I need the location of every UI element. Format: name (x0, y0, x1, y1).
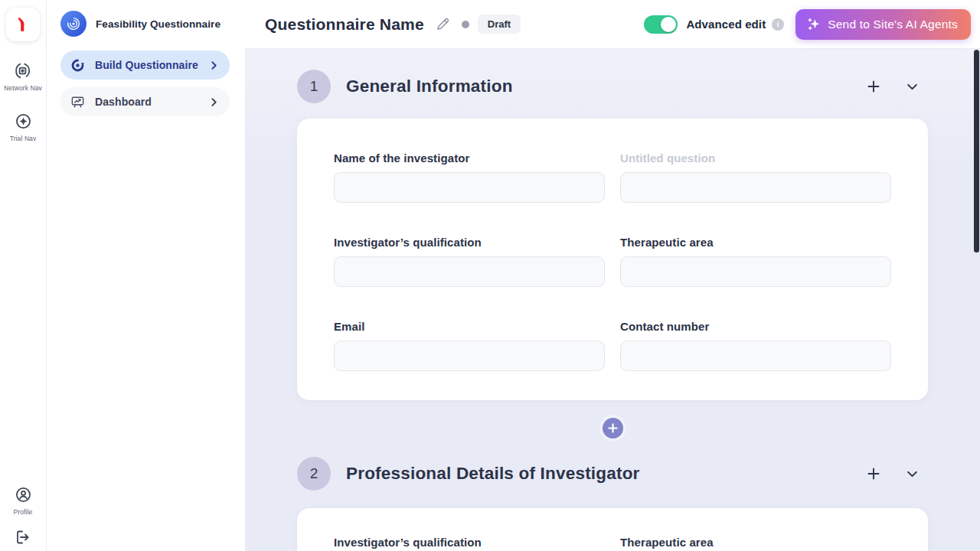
question-field: Investigator’s qualification (334, 236, 605, 287)
chevron-right-icon (209, 97, 219, 107)
section-card-1: Name of the investigator Untitled questi… (297, 119, 928, 400)
rail-item-network-nav[interactable]: Network Nav (4, 61, 42, 92)
rail-item-logout[interactable] (14, 528, 32, 546)
question-field: Therapeutic area (620, 236, 891, 287)
section-number-badge: 1 (297, 70, 331, 103)
app-frame: Network Nav Trial Nav Profile (0, 0, 980, 551)
question-label: Contact number (620, 320, 891, 333)
app-header: Feasibility Questionnaire (60, 11, 230, 37)
feasibility-app-icon (60, 11, 87, 37)
plus-icon (608, 423, 618, 433)
question-label: Therapeutic area (620, 536, 891, 549)
scrollbar-thumb[interactable] (974, 50, 979, 253)
question-input[interactable] (620, 256, 891, 287)
top-bar: Questionnaire Name Draft Advanced edit i (245, 0, 980, 49)
question-label: Investigator’s qualification (334, 536, 605, 549)
question-field: Investigator’s qualification (334, 536, 605, 551)
send-to-ai-agents-button[interactable]: Send to Site's AI Agents (795, 9, 971, 40)
status-badge: Draft (478, 15, 521, 34)
question-input[interactable] (334, 256, 605, 287)
question-input[interactable] (620, 172, 891, 203)
collapse-section-button[interactable] (904, 79, 920, 95)
status-dot (462, 21, 469, 28)
logo-mark-icon (11, 13, 34, 36)
build-questionnaire-icon (70, 58, 85, 73)
section-number-badge: 2 (297, 457, 331, 491)
question-label: Therapeutic area (620, 236, 891, 249)
plus-icon (867, 467, 880, 481)
question-label: Untitled question (620, 152, 891, 165)
logout-icon (14, 528, 32, 546)
question-field: Untitled question (620, 152, 891, 203)
plus-icon (867, 80, 880, 93)
rail-item-trial-nav[interactable]: Trial Nav (10, 112, 37, 142)
question-input[interactable] (334, 172, 605, 203)
primary-rail: Network Nav Trial Nav Profile (0, 0, 47, 551)
rail-item-label: Profile (14, 508, 33, 516)
pencil-icon (436, 17, 450, 31)
chevron-right-icon (209, 60, 219, 70)
add-section-row (297, 400, 928, 457)
question-label: Email (334, 320, 605, 333)
rail-item-profile[interactable]: Profile (14, 485, 33, 516)
section-title: Professional Details of Investigator (346, 464, 865, 484)
sidebar-item-label: Build Questionnaire (95, 59, 199, 71)
sidebar-item-dashboard[interactable]: Dashboard (60, 87, 230, 116)
network-nav-icon (13, 61, 32, 80)
advanced-edit-toggle[interactable] (644, 15, 678, 34)
dashboard-icon (70, 95, 85, 109)
info-icon[interactable]: i (772, 18, 784, 31)
add-section-item-button[interactable] (865, 78, 882, 95)
question-input[interactable] (334, 341, 605, 371)
main-area: Questionnaire Name Draft Advanced edit i (245, 0, 980, 551)
sparkles-icon (806, 17, 821, 31)
rail-item-label: Trial Nav (10, 135, 37, 142)
edit-title-button[interactable] (436, 17, 450, 31)
toggle-knob (661, 17, 676, 32)
questionnaire-title: Questionnaire Name (265, 15, 424, 34)
section-header-1: 1 General Information (297, 70, 928, 103)
section-header-2: 2 Professional Details of Investigator (297, 457, 928, 491)
chevron-down-icon (906, 468, 919, 481)
trial-nav-icon (14, 112, 33, 131)
brand-logo[interactable] (6, 8, 40, 41)
add-section-item-button[interactable] (865, 465, 882, 482)
question-field: Email (334, 320, 605, 371)
collapse-section-button[interactable] (904, 466, 920, 482)
sidebar-item-label: Dashboard (95, 96, 199, 108)
secondary-sidebar: Feasibility Questionnaire Build Question… (47, 0, 245, 551)
sidebar-item-build-questionnaire[interactable]: Build Questionnaire (60, 51, 230, 80)
profile-icon (14, 485, 33, 504)
add-section-button[interactable] (603, 418, 623, 439)
question-field: Name of the investigator (334, 152, 605, 203)
section-card-2: Investigator’s qualification Therapeutic… (297, 508, 928, 551)
advanced-edit-label: Advanced edit (686, 18, 766, 31)
questionnaire-canvas: 1 General Information (245, 49, 980, 551)
cta-label: Send to Site's AI Agents (828, 18, 958, 31)
question-field: Therapeutic area (620, 536, 891, 551)
question-field: Contact number (620, 320, 891, 371)
chevron-down-icon (906, 80, 919, 93)
question-label: Name of the investigator (334, 152, 605, 165)
question-label: Investigator’s qualification (334, 236, 605, 249)
rail-item-label: Network Nav (4, 84, 42, 92)
section-title: General Information (346, 77, 865, 96)
app-title: Feasibility Questionnaire (96, 18, 220, 30)
question-input[interactable] (620, 341, 891, 371)
